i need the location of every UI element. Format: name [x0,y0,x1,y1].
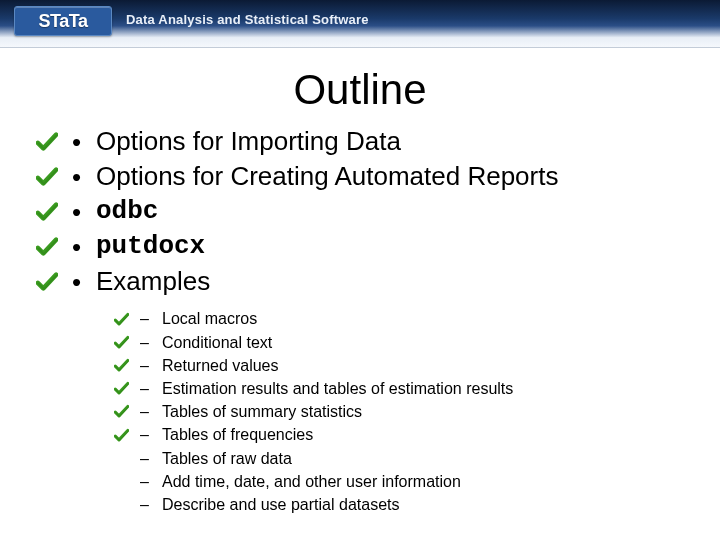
dash-icon: – [140,447,154,470]
sub-item: –Local macros [114,307,684,330]
check-icon [36,201,62,223]
main-item-label: putdocx [96,229,205,264]
dash-icon: – [140,493,154,516]
sub-item-label: Tables of summary statistics [162,400,362,423]
main-list: •Options for Importing Data•Options for … [36,124,684,299]
sub-item: –Tables of raw data [114,447,684,470]
stata-logo: STaTa [14,6,112,36]
main-item: •putdocx [36,229,684,264]
sub-item-label: Returned values [162,354,279,377]
main-item-label: odbc [96,194,158,229]
dash-icon: – [140,377,154,400]
sub-item-label: Local macros [162,307,257,330]
sub-item-label: Conditional text [162,331,272,354]
main-item: •Options for Importing Data [36,124,684,159]
logo-text: STaTa [39,11,88,32]
sub-item: –Returned values [114,354,684,377]
sub-item-label: Tables of frequencies [162,423,313,446]
sub-item-label: Tables of raw data [162,447,292,470]
check-icon [114,312,132,327]
check-icon [114,358,132,373]
dash-icon: – [140,423,154,446]
sub-item: –Describe and use partial datasets [114,493,684,516]
bullet-icon: • [72,234,86,260]
main-item: •Examples [36,264,684,299]
check-icon [36,166,62,188]
sub-item: –Tables of summary statistics [114,400,684,423]
check-icon [114,335,132,350]
tagline: Data Analysis and Statistical Software [126,12,369,27]
main-item-label: Options for Importing Data [96,124,401,159]
app-header: STaTa Data Analysis and Statistical Soft… [0,0,720,48]
sub-item: –Tables of frequencies [114,423,684,446]
check-icon [114,404,132,419]
check-icon [36,131,62,153]
sub-item: –Add time, date, and other user informat… [114,470,684,493]
slide-title: Outline [36,66,684,114]
bullet-icon: • [72,129,86,155]
dash-icon: – [140,354,154,377]
bullet-icon: • [72,164,86,190]
check-icon [36,236,62,258]
main-item: •odbc [36,194,684,229]
bullet-icon: • [72,199,86,225]
dash-icon: – [140,400,154,423]
check-icon [114,381,132,396]
sub-item-label: Estimation results and tables of estimat… [162,377,513,400]
main-item: •Options for Creating Automated Reports [36,159,684,194]
sub-item-label: Describe and use partial datasets [162,493,399,516]
dash-icon: – [140,470,154,493]
dash-icon: – [140,331,154,354]
main-item-label: Options for Creating Automated Reports [96,159,558,194]
bullet-icon: • [72,269,86,295]
check-icon [36,271,62,293]
dash-icon: – [140,307,154,330]
sub-item-label: Add time, date, and other user informati… [162,470,461,493]
sub-item: –Estimation results and tables of estima… [114,377,684,400]
main-item-label: Examples [96,264,210,299]
sub-list: –Local macros–Conditional text–Returned … [114,307,684,516]
sub-item: –Conditional text [114,331,684,354]
check-icon [114,428,132,443]
slide-content: Outline •Options for Importing Data•Opti… [0,48,720,516]
